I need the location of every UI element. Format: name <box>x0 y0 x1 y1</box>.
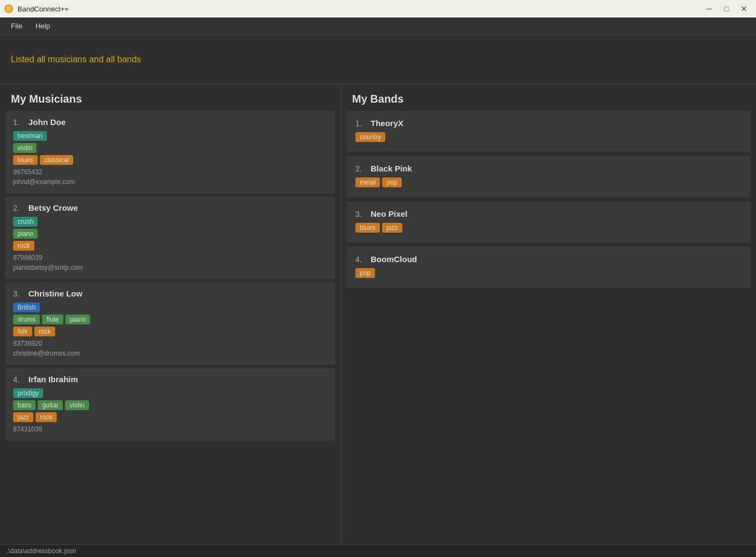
band-header-4: 4. BoomCloud <box>355 254 742 264</box>
band-tags-4: pop <box>355 268 742 278</box>
band-name-boomcloud: BoomCloud <box>371 254 417 264</box>
card-number-2: 2. <box>13 204 24 212</box>
tag-folk: folk <box>13 327 32 336</box>
band-name-neo-pixel: Neo Pixel <box>371 209 408 218</box>
band-card-theoryx[interactable]: 1. TheoryX country <box>347 111 751 152</box>
tag-rock-betsy: rock <box>13 241 34 251</box>
menu-bar: File Help <box>0 17 756 35</box>
card-name-john-doe: John Doe <box>28 117 66 127</box>
card-phone-irfan-ibrahim: 87431039 <box>13 424 328 434</box>
card-info-betsy-crowe: 87988039 pianistbetsy@smtp.com <box>13 253 328 272</box>
app-icon: B <box>4 4 13 13</box>
card-email-christine-low: christine@drumss.com <box>13 348 328 358</box>
musicians-list: 1. John Doe bestman violin blues classic… <box>0 111 341 544</box>
tag-flute: flute <box>42 315 63 324</box>
tags-row-4-3: jazz rock <box>13 412 328 422</box>
bands-panel: My Bands 1. TheoryX country 2. Black Pin… <box>341 84 756 544</box>
tag-drums: drums <box>13 315 40 324</box>
status-area: Listed all musicians and all bands <box>0 35 756 84</box>
band-name-theoryx: TheoryX <box>371 118 403 128</box>
musician-card-christine-low[interactable]: 3. Christine Low British drums flute pia… <box>5 282 335 365</box>
card-header-3: 3. Christine Low <box>13 289 328 298</box>
tag-classical: classical <box>40 155 73 165</box>
tags-row-4-1: prodigy <box>13 388 328 398</box>
menu-help[interactable]: Help <box>29 20 57 32</box>
close-button[interactable]: ✕ <box>736 3 752 14</box>
status-bar-path: .\data\addressbook.json <box>7 547 76 555</box>
menu-file[interactable]: File <box>4 20 29 32</box>
tag-prodigy: prodigy <box>13 388 43 398</box>
tag-country: country <box>355 132 385 142</box>
title-bar-left: B BandConnect++ <box>4 4 69 13</box>
band-tags-1: country <box>355 132 742 142</box>
bands-list: 1. TheoryX country 2. Black Pink metal p… <box>341 111 756 544</box>
band-number-2: 2. <box>355 164 366 173</box>
tags-row-3-3: folk rock <box>13 327 328 336</box>
app-title: BandConnect++ <box>17 5 69 13</box>
card-phone-christine-low: 83736920 <box>13 339 328 348</box>
card-header-2: 2. Betsy Crowe <box>13 203 328 212</box>
band-card-boomcloud[interactable]: 4. BoomCloud pop <box>347 247 751 288</box>
tags-row-2-2: piano <box>13 229 328 239</box>
tag-metal: metal <box>355 177 380 187</box>
card-header-4: 4. Irfan Ibrahim <box>13 375 328 384</box>
card-email-john-doe: johnd@example.com <box>13 177 328 187</box>
maximize-button[interactable]: □ <box>719 3 734 14</box>
card-name-irfan-ibrahim: Irfan Ibrahim <box>28 375 78 384</box>
tags-row-4-2: bass guitar violin <box>13 400 328 410</box>
musicians-panel-title: My Musicians <box>0 84 341 111</box>
card-info-christine-low: 83736920 christine@drumss.com <box>13 339 328 358</box>
band-name-black-pink: Black Pink <box>371 164 412 173</box>
status-text: Listed all musicians and all bands <box>11 55 141 64</box>
bands-panel-title: My Bands <box>341 84 756 111</box>
band-header-2: 2. Black Pink <box>355 164 742 173</box>
tag-bass: bass <box>13 400 35 410</box>
tag-crush: crush <box>13 217 38 227</box>
musician-card-irfan-ibrahim[interactable]: 4. Irfan Ibrahim prodigy bass guitar vio… <box>5 368 335 441</box>
tags-row-3-2: drums flute piano <box>13 315 328 324</box>
band-card-black-pink[interactable]: 2. Black Pink metal pop <box>347 156 751 197</box>
tag-blues-neo: blues <box>355 223 380 233</box>
tag-rock-christine: rock <box>34 327 56 336</box>
tags-row-1-3: blues classical <box>13 155 328 165</box>
musicians-panel: My Musicians 1. John Doe bestman violin … <box>0 84 341 544</box>
title-bar: B BandConnect++ ─ □ ✕ <box>0 0 756 17</box>
tag-bestman: bestman <box>13 131 47 141</box>
card-number-3: 3. <box>13 289 24 298</box>
tag-violin: violin <box>13 143 37 153</box>
card-info-irfan-ibrahim: 87431039 <box>13 424 328 434</box>
tag-british: British <box>13 303 40 312</box>
tag-guitar: guitar <box>38 400 63 410</box>
tag-pop-black-pink: pop <box>382 177 402 187</box>
band-number-4: 4. <box>355 255 366 264</box>
card-number-1: 1. <box>13 118 24 127</box>
band-header-1: 1. TheoryX <box>355 118 742 128</box>
tag-blues: blues <box>13 155 38 165</box>
card-name-christine-low: Christine Low <box>28 289 82 298</box>
tag-jazz-neo: jazz <box>382 223 402 233</box>
band-number-3: 3. <box>355 210 366 218</box>
card-info-john-doe: 98765432 johnd@example.com <box>13 167 328 187</box>
status-bar: .\data\addressbook.json <box>0 544 756 557</box>
minimize-button[interactable]: ─ <box>701 3 717 14</box>
tags-row-1-1: bestman <box>13 131 328 141</box>
tags-row-2-3: rock <box>13 241 328 251</box>
band-tags-3: blues jazz <box>355 223 742 233</box>
card-email-betsy-crowe: pianistbetsy@smtp.com <box>13 263 328 272</box>
tags-row-2-1: crush <box>13 217 328 227</box>
app-icon-label: B <box>7 6 11 12</box>
tag-violin-irfan: violin <box>65 400 88 410</box>
musician-card-betsy-crowe[interactable]: 2. Betsy Crowe crush piano rock 87988039… <box>5 197 335 279</box>
musician-card-john-doe[interactable]: 1. John Doe bestman violin blues classic… <box>5 111 335 193</box>
tag-rock-irfan: rock <box>35 412 57 422</box>
tag-pop-boomcloud: pop <box>355 268 375 278</box>
band-header-3: 3. Neo Pixel <box>355 209 742 218</box>
tag-piano: piano <box>13 229 38 239</box>
card-number-4: 4. <box>13 375 24 384</box>
band-card-neo-pixel[interactable]: 3. Neo Pixel blues jazz <box>347 202 751 242</box>
main-content: My Musicians 1. John Doe bestman violin … <box>0 84 756 544</box>
tag-jazz-irfan: jazz <box>13 412 33 422</box>
tags-row-1-2: violin <box>13 143 328 153</box>
tag-piano-christine: piano <box>66 315 90 324</box>
card-name-betsy-crowe: Betsy Crowe <box>28 203 78 212</box>
